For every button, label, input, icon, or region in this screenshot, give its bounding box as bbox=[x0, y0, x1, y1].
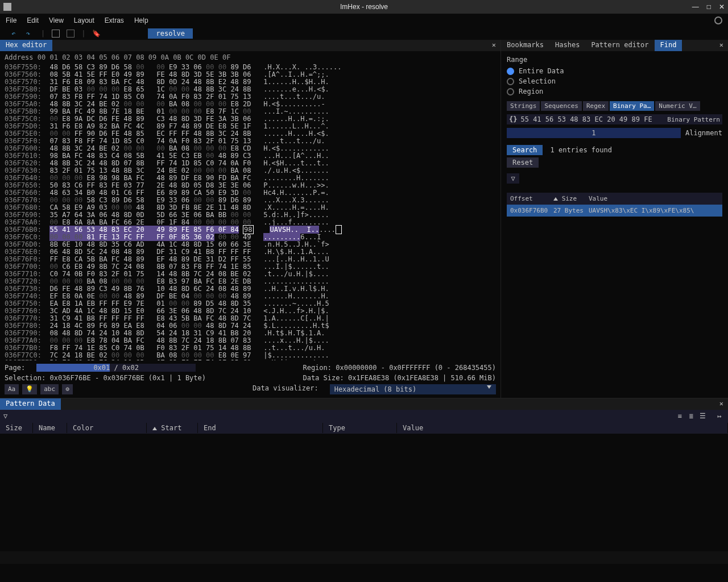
window-app-icon bbox=[3, 3, 11, 11]
mode-binary[interactable]: Binary Pa… bbox=[610, 101, 654, 111]
pattern-input[interactable]: 55 41 56 53 48 83 EC 20 49 89 FE bbox=[520, 115, 664, 123]
pattern-data-pane: Pattern Data ✕ ▽ ≡ ≣ ☰ ↦ Size Name Color… bbox=[0, 398, 728, 551]
page-label: Page: bbox=[5, 364, 25, 372]
mode-numeric[interactable]: Numeric V… bbox=[655, 101, 700, 111]
menu-help[interactable]: Help bbox=[134, 16, 148, 24]
mode-regex[interactable]: Regex bbox=[583, 101, 609, 111]
redo-icon[interactable]: ↷ bbox=[26, 30, 34, 38]
radio-selection[interactable] bbox=[507, 78, 514, 85]
visualizer-select[interactable]: Hexadecimal (8 bits) bbox=[330, 384, 496, 394]
window-title: ImHex - resolve bbox=[340, 3, 388, 11]
radio-entire-data[interactable] bbox=[507, 68, 514, 75]
pattern-kind-label: Binary Pattern bbox=[667, 116, 720, 123]
pattern-braces-icon: {} bbox=[509, 115, 517, 123]
find-pane: Bookmarks Hashes Pattern editor Find ✕ R… bbox=[500, 40, 728, 398]
hex-column-header: Address 00 01 02 03 04 05 06 07 08 09 0A… bbox=[0, 51, 500, 64]
pd-view3-icon[interactable]: ☰ bbox=[697, 411, 708, 421]
tab-bookmarks[interactable]: Bookmarks bbox=[501, 40, 549, 51]
pattern-data-close-icon[interactable]: ✕ bbox=[715, 398, 728, 410]
menu-extras[interactable]: Extras bbox=[105, 16, 124, 24]
pd-filter-icon[interactable]: ▽ bbox=[3, 412, 7, 420]
highlight-button[interactable]: 💡 bbox=[22, 384, 37, 394]
pd-view2-icon[interactable]: ≣ bbox=[686, 411, 696, 421]
new-file-icon[interactable] bbox=[52, 30, 60, 38]
mode-strings[interactable]: Strings bbox=[507, 101, 540, 111]
hex-dump[interactable]: 036F7550: 48 D6 58 C3 89 D6 58 00 00 E9 … bbox=[0, 64, 500, 360]
window-close-icon[interactable]: ✕ bbox=[719, 3, 725, 11]
tab-hashes[interactable]: Hashes bbox=[549, 40, 585, 51]
tab-pattern-editor[interactable]: Pattern editor bbox=[585, 40, 654, 51]
hex-editor-tab[interactable]: Hex editor bbox=[0, 40, 52, 51]
search-button[interactable]: Search bbox=[507, 145, 543, 155]
menu-layout[interactable]: Layout bbox=[74, 16, 94, 24]
mode-sequences[interactable]: Sequences bbox=[541, 101, 582, 111]
menu-file[interactable]: File bbox=[6, 16, 16, 24]
datasize-info: Data Size: 0x1FEA8E38 (0x1FEA8E38 | 510.… bbox=[303, 374, 496, 382]
pd-expand-icon[interactable]: ↦ bbox=[714, 411, 725, 421]
hex-editor-pane: Hex editor ✕ Address 00 01 02 03 04 05 0… bbox=[0, 40, 500, 398]
window-minimize-icon[interactable]: — bbox=[692, 3, 699, 11]
ascii-toggle-button[interactable]: abc bbox=[40, 384, 59, 394]
hex-footer: Page: 0x01 / 0x02 Region: 0x00000000 - 0… bbox=[0, 360, 500, 398]
toolbar: ↶ ↷ | | 🔖 resolve bbox=[0, 27, 728, 40]
page-slider[interactable]: 0x01 / 0x02 bbox=[36, 364, 196, 372]
tab-find[interactable]: Find bbox=[655, 40, 682, 51]
window-titlebar: ImHex - resolve — □ ✕ bbox=[0, 0, 728, 14]
results-header: Offset Size Value bbox=[507, 193, 722, 205]
visualizer-label: Data visualizer: bbox=[253, 384, 318, 394]
filter-icon[interactable]: ▽ bbox=[507, 173, 519, 184]
menubar: File Edit View Layout Extras Help bbox=[0, 14, 728, 27]
window-maximize-icon[interactable]: □ bbox=[707, 3, 711, 11]
menu-edit[interactable]: Edit bbox=[27, 16, 39, 24]
pd-view1-icon[interactable]: ≡ bbox=[675, 411, 685, 421]
statusbar bbox=[0, 551, 728, 564]
settings-icon[interactable] bbox=[714, 16, 722, 24]
file-tab[interactable]: resolve bbox=[148, 28, 193, 39]
hex-settings-button[interactable]: ⚙ bbox=[62, 384, 73, 394]
undo-icon[interactable]: ↶ bbox=[11, 30, 19, 38]
open-file-icon[interactable] bbox=[67, 30, 75, 38]
range-label: Range bbox=[507, 56, 722, 64]
alignment-label: Alignment bbox=[685, 129, 722, 137]
alignment-input[interactable]: 1 bbox=[507, 128, 681, 138]
find-close-icon[interactable]: ✕ bbox=[715, 40, 728, 51]
radio-region[interactable] bbox=[507, 88, 514, 95]
hex-close-icon[interactable]: ✕ bbox=[487, 40, 500, 51]
pattern-data-tab[interactable]: Pattern Data bbox=[0, 398, 61, 410]
search-result-count: 1 entries found bbox=[551, 146, 612, 154]
menu-view[interactable]: View bbox=[49, 16, 64, 24]
bookmark-icon[interactable]: 🔖 bbox=[92, 30, 100, 38]
pattern-data-columns: Size Name Color Start End Type Value bbox=[0, 422, 728, 434]
selection-info: Selection: 0x036F76BE - 0x036F76BE (0x1 … bbox=[5, 374, 206, 382]
result-row[interactable]: 0x036F76B0 27 Bytes UAVSH\x83\xEC I\x89\… bbox=[507, 205, 722, 217]
reset-button[interactable]: Reset bbox=[507, 157, 539, 168]
region-info: Region: 0x00000000 - 0x0FFFFFFF (0 - 268… bbox=[303, 364, 496, 372]
case-toggle-button[interactable]: Aa bbox=[5, 384, 19, 394]
